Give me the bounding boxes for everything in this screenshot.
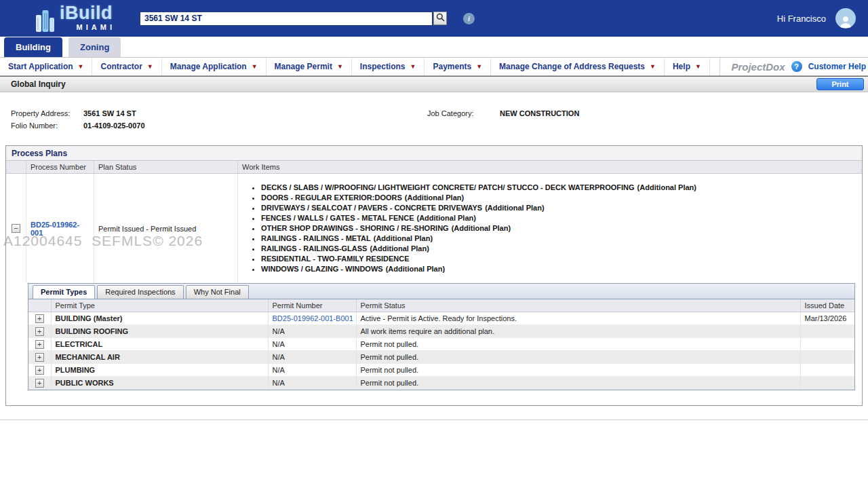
menu-item-label: Manage Application xyxy=(170,62,247,71)
person-icon xyxy=(838,14,853,29)
folio-number-label: Folio Number: xyxy=(11,122,58,130)
process-plans-title: Process Plans xyxy=(6,146,862,160)
inquiry-bar: Global Inquiry Print xyxy=(0,76,868,92)
permit-status-cell: Permit not pulled. xyxy=(356,351,800,364)
work-items-header: Work Items xyxy=(238,161,862,173)
search-area xyxy=(140,12,447,26)
permit-number-cell[interactable]: BD25-019962-001-B001 xyxy=(268,312,356,325)
chevron-down-icon: ▼ xyxy=(650,63,656,70)
menu-item[interactable]: Manage Change of Address Requests ▼ xyxy=(491,58,665,75)
search-input[interactable] xyxy=(140,12,433,26)
table-row: BUILDING ROOFING N/A All work items requ… xyxy=(28,325,854,338)
chevron-down-icon: ▼ xyxy=(337,63,343,70)
permit-type-cell: PLUMBING xyxy=(51,364,268,377)
permit-number-cell[interactable]: N/A xyxy=(268,351,356,364)
logo-text: iBuild xyxy=(60,4,113,22)
collapse-icon[interactable] xyxy=(12,224,20,233)
ibuild-logo[interactable]: iBuild MIAMI xyxy=(35,4,113,33)
main-tab[interactable]: Zoning xyxy=(68,37,121,57)
property-address-value: 3561 SW 14 ST xyxy=(83,109,136,117)
work-item: DOORS - REGULAR EXTERIOR:DOORS(Additiona… xyxy=(261,193,856,202)
avatar[interactable] xyxy=(835,8,856,29)
user-area: Hi Francisco xyxy=(777,8,856,29)
plan-status-value: Permit Issued - Permit Issued xyxy=(94,174,238,283)
work-item: RAILINGS - RAILINGS-GLASS(Additional Pla… xyxy=(261,244,856,253)
permit-number-cell[interactable]: N/A xyxy=(268,338,356,351)
menu-item[interactable]: Help ▼ xyxy=(665,58,710,75)
permit-number-header: Permit Number xyxy=(268,299,356,312)
permit-status-cell: Permit not pulled. xyxy=(356,364,800,377)
folio-number-value: 01-4109-025-0070 xyxy=(83,122,145,130)
menu-item-label: Help xyxy=(673,62,690,71)
customer-help-link[interactable]: Customer Help xyxy=(808,62,866,71)
chevron-down-icon: ▼ xyxy=(695,63,701,70)
work-item: WINDOWS / GLAZING - WINDOWS(Additional P… xyxy=(261,265,856,273)
detail-tab-label: Required Inspections xyxy=(105,288,175,296)
permit-detail-panel: Permit Types Required Inspections Why No… xyxy=(28,283,855,390)
permit-type-cell: ELECTRICAL xyxy=(51,338,268,351)
issued-date-header: Issued Date xyxy=(800,299,854,312)
logo-subtext: MIAMI xyxy=(77,24,115,31)
bottom-divider xyxy=(0,420,868,420)
user-greeting: Hi Francisco xyxy=(777,14,826,24)
detail-tabs: Permit Types Required Inspections Why No… xyxy=(28,284,854,299)
projectdox-logo[interactable]: ProjectDox xyxy=(731,61,785,73)
menu-item[interactable]: Manage Permit ▼ xyxy=(267,58,352,75)
job-category-label: Job Category: xyxy=(427,109,473,117)
work-item: DRIVEWAYS / SEALCOAT / PAVERS - CONCRETE… xyxy=(261,204,856,212)
permit-number-cell[interactable]: N/A xyxy=(268,325,356,338)
expand-icon[interactable] xyxy=(35,366,44,375)
expand-icon[interactable] xyxy=(35,327,44,336)
expand-icon[interactable] xyxy=(35,314,44,323)
menu-item-label: Manage Permit xyxy=(275,62,332,71)
search-icon xyxy=(436,13,445,24)
expand-icon[interactable] xyxy=(35,340,44,349)
menu-item[interactable]: Start Application ▼ xyxy=(0,58,92,75)
chevron-down-icon: ▼ xyxy=(78,63,84,70)
building-icon xyxy=(35,8,56,33)
work-item: RESIDENTIAL - TWO-FAMILY RESIDENCE xyxy=(261,255,856,263)
menu-item[interactable]: Manage Application ▼ xyxy=(162,58,267,75)
chevron-down-icon: ▼ xyxy=(147,63,153,70)
permit-number-cell[interactable]: N/A xyxy=(268,364,356,377)
table-row: BUILDING (Master) BD25-019962-001-B001 A… xyxy=(28,312,854,325)
menu-item-label: Payments xyxy=(433,62,471,71)
menu-item-label: Start Application xyxy=(8,62,73,71)
permit-type-header: Permit Type xyxy=(51,299,268,312)
process-row: BD25-019962-001 Permit Issued - Permit I… xyxy=(6,174,862,283)
main-tab-label: Zoning xyxy=(80,42,109,52)
work-item: OTHER SHOP DRAWINGS - SHORING / RE-SHORI… xyxy=(261,224,856,232)
plan-status-header: Plan Status xyxy=(94,161,238,173)
detail-tab[interactable]: Why Not Final xyxy=(186,285,249,299)
permit-status-cell: Active - Permit is Active. Ready for Ins… xyxy=(356,312,800,325)
box-spacer xyxy=(6,390,862,405)
menu-item[interactable]: Inspections ▼ xyxy=(352,58,425,75)
work-item: FENCES / WALLS / GATES - METAL FENCE(Add… xyxy=(261,214,856,222)
expand-column-header xyxy=(6,161,26,173)
menu-bar: Start Application ▼ Contractor ▼ Manage … xyxy=(0,57,868,76)
permit-type-cell: MECHANICAL AIR xyxy=(51,351,268,364)
help-icon[interactable]: ? xyxy=(791,61,802,72)
issued-date-cell xyxy=(800,325,854,338)
search-button[interactable] xyxy=(433,12,447,25)
menu-item[interactable]: Payments ▼ xyxy=(425,58,491,75)
process-number-link[interactable]: BD25-019962-001 xyxy=(31,221,90,237)
issued-date-cell xyxy=(800,364,854,377)
detail-tab-label: Permit Types xyxy=(41,288,87,296)
detail-tab[interactable]: Required Inspections xyxy=(97,285,183,299)
menu-right: ProjectDox ? Customer Help xyxy=(719,58,868,75)
menu-item[interactable]: Contractor ▼ xyxy=(92,58,161,75)
permit-number-cell[interactable]: N/A xyxy=(268,377,356,390)
page-title: Global Inquiry xyxy=(11,79,66,89)
print-button[interactable]: Print xyxy=(816,78,864,90)
process-number-header: Process Number xyxy=(26,161,94,173)
process-table-header: Process Number Plan Status Work Items xyxy=(6,160,862,174)
main-tab-label: Building xyxy=(16,42,51,52)
info-icon[interactable]: i xyxy=(463,13,475,24)
permit-status-cell: All work items require an additional pla… xyxy=(356,325,800,338)
expand-icon[interactable] xyxy=(35,379,44,388)
detail-tab[interactable]: Permit Types xyxy=(33,285,95,299)
permit-type-cell: BUILDING (Master) xyxy=(51,312,268,325)
expand-icon[interactable] xyxy=(35,353,44,362)
main-tab[interactable]: Building xyxy=(4,37,62,57)
